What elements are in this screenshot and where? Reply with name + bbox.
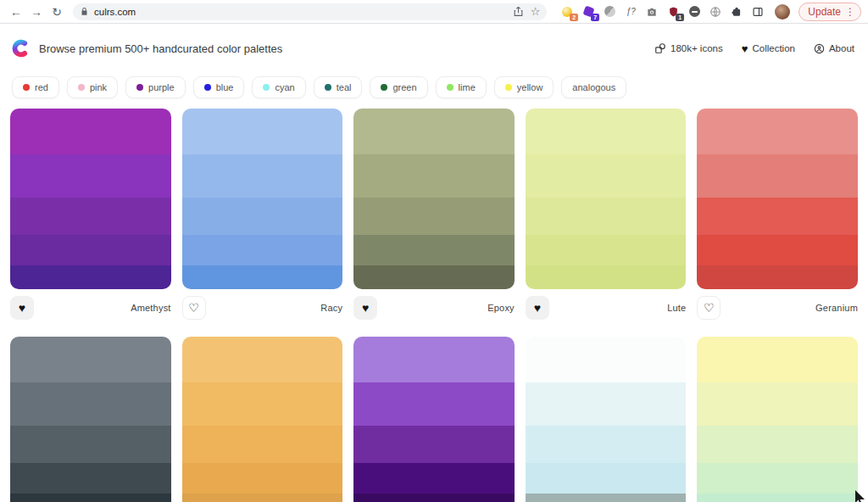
color-stripe[interactable] — [697, 337, 858, 382]
palette-swatch[interactable] — [526, 337, 687, 502]
color-stripe[interactable] — [526, 382, 687, 426]
color-stripe[interactable] — [182, 382, 343, 426]
color-stripe[interactable] — [353, 198, 515, 235]
color-stripe[interactable] — [353, 109, 515, 154]
color-stripe[interactable] — [182, 337, 343, 382]
palette-swatch[interactable] — [697, 337, 858, 502]
color-stripe[interactable] — [353, 154, 515, 198]
color-stripe[interactable] — [526, 265, 687, 289]
bookmark-star-icon[interactable]: ☆ — [531, 6, 541, 17]
color-stripe[interactable] — [353, 337, 515, 382]
culrs-logo[interactable] — [12, 39, 31, 58]
color-stripe[interactable] — [697, 109, 858, 154]
color-stripe[interactable] — [10, 154, 171, 198]
profile-avatar[interactable] — [775, 4, 790, 20]
palette-swatch[interactable] — [697, 109, 858, 289]
filter-teal[interactable]: teal — [314, 76, 363, 98]
dark-mode-extension-icon[interactable] — [687, 5, 701, 19]
reload-icon[interactable]: ↻ — [47, 3, 66, 21]
nav-collection-link[interactable]: ♥ Collection — [742, 42, 795, 55]
color-stripe[interactable] — [182, 494, 343, 502]
color-stripe[interactable] — [10, 463, 171, 494]
color-stripe[interactable] — [526, 494, 687, 502]
color-stripe[interactable] — [353, 382, 515, 426]
color-stripe[interactable] — [182, 426, 343, 463]
color-stripe[interactable] — [526, 337, 687, 382]
filter-analogous[interactable]: analogous — [561, 76, 626, 98]
color-stripe[interactable] — [182, 109, 343, 154]
color-stripe[interactable] — [353, 494, 515, 502]
palette-name: Racy — [320, 303, 342, 313]
color-stripe[interactable] — [526, 109, 687, 154]
color-stripe[interactable] — [10, 426, 171, 463]
color-stripe[interactable] — [10, 235, 171, 265]
color-stripe[interactable] — [353, 463, 515, 494]
filter-lime[interactable]: lime — [436, 76, 487, 98]
filter-yellow[interactable]: yellow — [494, 76, 554, 98]
color-stripe[interactable] — [353, 235, 515, 265]
color-stripe[interactable] — [10, 109, 171, 154]
palette-swatch[interactable] — [182, 109, 343, 289]
color-stripe[interactable] — [697, 154, 858, 198]
color-stripe[interactable] — [526, 463, 687, 494]
nav-icons-link[interactable]: 180k+ icons — [654, 42, 723, 54]
color-stripe[interactable] — [697, 265, 858, 289]
color-stripe[interactable] — [697, 494, 858, 502]
color-stripe[interactable] — [182, 154, 343, 198]
color-stripe[interactable] — [697, 382, 858, 426]
palette-swatch[interactable] — [182, 337, 343, 502]
update-button[interactable]: Update ⋮ — [798, 3, 861, 21]
favorite-button[interactable]: ♡ — [697, 296, 721, 320]
color-stripe[interactable] — [526, 235, 687, 265]
color-stripe[interactable] — [182, 463, 343, 494]
color-stripe[interactable] — [526, 154, 687, 198]
swirl-extension-icon[interactable] — [603, 5, 616, 19]
color-stripe[interactable] — [697, 235, 858, 265]
palette-swatch[interactable] — [526, 109, 687, 289]
palette-swatch[interactable] — [10, 109, 171, 289]
color-stripe[interactable] — [697, 198, 858, 235]
color-stripe[interactable] — [10, 337, 171, 382]
forward-icon[interactable]: → — [27, 3, 46, 21]
color-stripe[interactable] — [10, 198, 171, 235]
shield-extension-icon[interactable]: 1 — [666, 5, 680, 19]
favorite-button[interactable]: ♥ — [526, 296, 549, 320]
color-stripe[interactable] — [353, 265, 515, 289]
color-stripe[interactable] — [10, 382, 171, 426]
function-extension-icon[interactable]: ƒ? — [624, 5, 637, 19]
filter-cyan[interactable]: cyan — [252, 76, 305, 98]
address-bar[interactable]: culrs.com ☆ — [73, 3, 547, 20]
share-icon[interactable] — [513, 6, 524, 17]
color-stripe[interactable] — [182, 265, 343, 289]
purple-extension-icon[interactable]: 7 — [581, 5, 595, 19]
browser-menu-dots-icon[interactable]: ⋮ — [845, 6, 855, 18]
side-panel-icon[interactable] — [751, 5, 765, 19]
color-stripe[interactable] — [697, 426, 858, 463]
extensions-puzzle-icon[interactable] — [730, 5, 743, 19]
color-stripe[interactable] — [10, 494, 171, 502]
color-stripe[interactable] — [182, 235, 343, 265]
color-stripe[interactable] — [10, 265, 171, 289]
color-stripe[interactable] — [182, 198, 343, 235]
favorite-button[interactable]: ♥ — [10, 296, 34, 320]
filter-purple[interactable]: purple — [125, 76, 186, 98]
camera-extension-icon[interactable] — [645, 5, 659, 19]
palette-swatch[interactable] — [353, 337, 515, 502]
filter-green[interactable]: green — [370, 76, 427, 98]
favorite-button[interactable]: ♥ — [353, 296, 377, 320]
color-stripe[interactable] — [526, 426, 687, 463]
url-text[interactable]: culrs.com — [94, 7, 508, 17]
color-stripe[interactable] — [353, 426, 515, 463]
palette-swatch[interactable] — [10, 337, 171, 502]
nav-about-link[interactable]: About — [814, 43, 854, 54]
filter-red[interactable]: red — [12, 76, 59, 98]
lightbulb-extension-icon[interactable]: 2 — [560, 5, 574, 19]
globe-extension-icon[interactable] — [709, 5, 722, 19]
color-stripe[interactable] — [526, 198, 687, 235]
back-icon[interactable]: ← — [7, 3, 25, 21]
palette-swatch[interactable] — [353, 109, 515, 289]
filter-blue[interactable]: blue — [193, 76, 245, 98]
color-stripe[interactable] — [697, 463, 858, 494]
filter-pink[interactable]: pink — [67, 76, 118, 98]
favorite-button[interactable]: ♡ — [182, 296, 206, 320]
